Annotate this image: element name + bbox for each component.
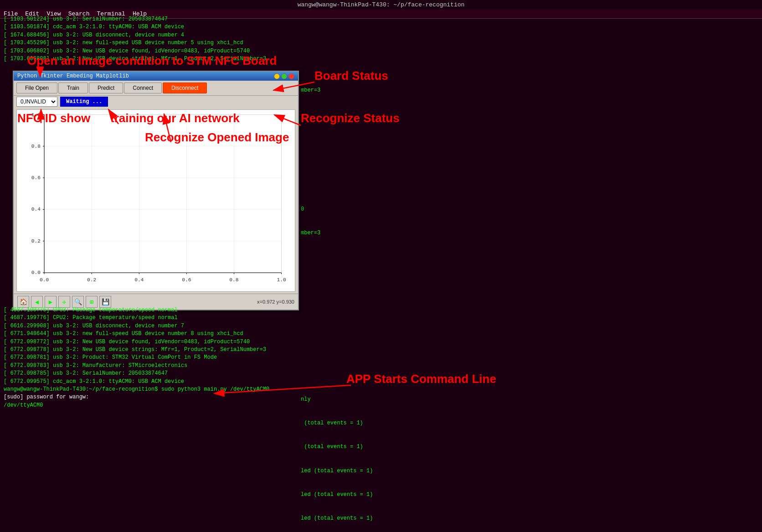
bottom-line-2: [ 4687.199776] CPU2: Package temperature… — [4, 314, 758, 322]
terminal-top: [ 1103.501224] usb 3-2: SerialNumber: 20… — [0, 14, 301, 65]
right-line-9 — [301, 277, 762, 284]
tk-toolbar: File Open Train Predict Connect Disconne… — [14, 81, 298, 96]
terminal-title: wangw@wangw-ThinkPad-T430: ~/p/face-reco… — [0, 0, 762, 10]
predict-button[interactable]: Predict — [89, 83, 123, 93]
matplotlib-plot: 0.0 0.2 0.4 0.6 0.8 1.0 0.0 0.2 0.4 0.6 … — [17, 110, 295, 291]
bottom-line-9: [ 6772.098785] usb 3-2: SerialNumber: 20… — [4, 370, 758, 377]
terminal-line-2: [ 1103.501874] cdc_acm 3-2:1.0: ttyACM0:… — [4, 23, 297, 31]
maximize-button[interactable] — [281, 73, 287, 79]
svg-text:0.6: 0.6 — [31, 175, 41, 181]
svg-text:0.0: 0.0 — [40, 277, 49, 283]
svg-rect-0 — [44, 114, 281, 273]
right-line-8 — [301, 253, 762, 261]
right-line-1: mber=3 — [301, 87, 762, 94]
terminal-line-1: [ 1103.501224] usb 3-2: SerialNumber: 20… — [4, 15, 297, 23]
svg-text:0.4: 0.4 — [134, 277, 144, 283]
bottom-line-5: [ 6772.098772] usb 3-2: New USB device f… — [4, 338, 758, 346]
sudo-prompt: [sudo] password for wangw: — [4, 393, 758, 401]
bottom-line-6: [ 6772.098778] usb 3-2: New USB device s… — [4, 346, 758, 354]
bottom-line-3: [ 6616.299908] usb 3-2: USB disconnect, … — [4, 322, 758, 330]
plot-area: 0.0 0.2 0.4 0.6 0.8 1.0 0.0 0.2 0.4 0.6 … — [16, 109, 295, 292]
tk-row2: 0,INVALID Waiting ... — [14, 96, 298, 108]
svg-text:0.2: 0.2 — [87, 277, 96, 283]
terminal-line-4: [ 1703.455296] usb 3-2: new full-speed U… — [4, 39, 297, 47]
bottom-line-1: [ 4687.199775] CPU3: Package temperature… — [4, 306, 758, 314]
terminal-bottom: [ 4687.199775] CPU3: Package temperature… — [0, 305, 762, 411]
file-open-button[interactable]: File Open — [16, 83, 57, 93]
svg-text:0.4: 0.4 — [31, 207, 41, 212]
minimize-button[interactable] — [274, 73, 280, 79]
mpl-coordinates: x=0.972 y=0.930 — [257, 299, 294, 305]
svg-text:1.0: 1.0 — [277, 277, 286, 283]
close-button[interactable] — [288, 73, 294, 79]
nfc-id-dropdown[interactable]: 0,INVALID — [16, 97, 57, 107]
terminal-line-5: [ 1703.606802] usb 3-2: New USB device f… — [4, 47, 297, 55]
svg-text:0.2: 0.2 — [31, 238, 41, 244]
right-line-19: led (total events = 1) — [301, 515, 762, 522]
right-line-17: led (total events = 1) — [301, 467, 762, 475]
right-line-2 — [301, 110, 762, 118]
disconnect-button[interactable]: Disconnect — [163, 83, 207, 93]
svg-text:1.0: 1.0 — [31, 112, 41, 118]
svg-text:0.8: 0.8 — [31, 144, 41, 149]
tk-titlebar: Python Tkinter Embeding Matplotlib — [14, 72, 298, 81]
bottom-line-7: [ 6772.098781] usb 3-2: Product: STM32 V… — [4, 354, 758, 362]
right-line-18: led (total events = 1) — [301, 491, 762, 499]
tk-title: Python Tkinter Embeding Matplotlib — [17, 73, 129, 79]
terminal-prompt: wangw@wangw-ThinkPad-T430:~/p/face-recog… — [4, 386, 758, 393]
bottom-line-4: [ 6771.948644] usb 3-2: new full-speed U… — [4, 330, 758, 338]
terminal-right: mber=3 0 mber=3 nly (total events = 1) (… — [301, 71, 762, 532]
bottom-line-8: [ 6772.098783] usb 3-2: Manufacturer: ST… — [4, 362, 758, 370]
terminal-background: wangw@wangw-ThinkPad-T430: ~/p/face-reco… — [0, 0, 762, 532]
svg-text:0.8: 0.8 — [229, 277, 238, 283]
terminal-line-3: [ 1674.688456] usb 3-2: USB disconnect, … — [4, 31, 297, 39]
tk-window-controls[interactable] — [274, 73, 294, 79]
dev-line: /dev/ttyACM0 — [4, 402, 758, 409]
right-line-16: (total events = 1) — [301, 443, 762, 451]
svg-text:0.6: 0.6 — [182, 277, 191, 283]
right-line-6: 0 — [301, 206, 762, 213]
right-line-15: (total events = 1) — [301, 419, 762, 427]
tk-window: Python Tkinter Embeding Matplotlib File … — [13, 71, 299, 310]
terminal-line-6: [ 1703.606808] usb 3-2: New USB device s… — [4, 55, 297, 63]
bottom-line-10: [ 6772.099575] cdc_acm 3-2:1.0: ttyACM0:… — [4, 378, 758, 386]
right-line-3 — [301, 134, 762, 142]
train-button[interactable]: Train — [58, 83, 88, 93]
right-line-5 — [301, 181, 762, 189]
svg-text:0.0: 0.0 — [31, 270, 41, 275]
waiting-status: Waiting ... — [60, 97, 108, 107]
right-line-4 — [301, 158, 762, 165]
connect-button[interactable]: Connect — [124, 83, 162, 93]
right-line-7: mber=3 — [301, 229, 762, 237]
